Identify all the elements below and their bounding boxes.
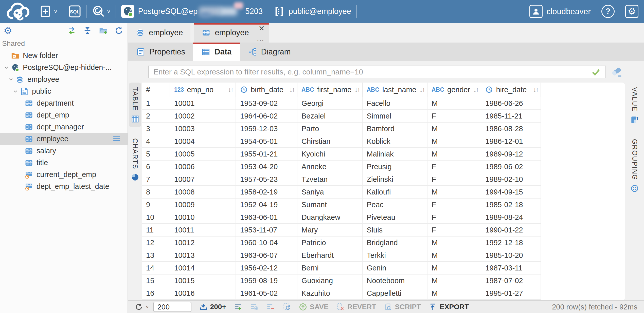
schema-selector[interactable]: public@employee <box>273 6 351 17</box>
data-cell[interactable]: 10007 <box>170 173 236 186</box>
data-cell[interactable]: 1994-09-15 <box>481 186 541 198</box>
column-header-rownum[interactable]: # <box>142 83 170 97</box>
data-cell[interactable]: Peac <box>362 198 427 211</box>
data-cell[interactable]: 1992-12-18 <box>481 236 541 249</box>
data-cell[interactable]: Koblick <box>362 135 427 148</box>
data-cell[interactable]: 10006 <box>170 160 236 173</box>
duplicate-row-button[interactable] <box>250 303 259 311</box>
data-cell[interactable]: Bamford <box>362 122 427 135</box>
data-cell[interactable]: 10004 <box>170 135 236 148</box>
export-button[interactable]: EXPORT <box>428 303 469 311</box>
data-cell[interactable]: 10001 <box>170 97 236 110</box>
data-cell[interactable]: M <box>427 249 481 262</box>
tree-item-salary[interactable]: salary <box>0 145 128 157</box>
sort-icon[interactable]: ↓↑ <box>473 86 478 94</box>
data-cell[interactable]: F <box>427 224 481 236</box>
settings-button[interactable]: ⚙ <box>625 5 638 18</box>
data-cell[interactable]: 1985-02-18 <box>481 198 541 211</box>
row-number-cell[interactable]: 9 <box>142 198 170 211</box>
data-cell[interactable]: 10014 <box>170 262 236 274</box>
data-cell[interactable]: 1986-08-28 <box>481 122 541 135</box>
tree-item-public[interactable]: public <box>0 85 128 97</box>
sort-icon[interactable]: ↓↑ <box>419 86 424 94</box>
column-header-last_name[interactable]: ABClast_name↓↑ <box>362 83 427 97</box>
data-cell[interactable]: 1960-10-04 <box>236 236 297 249</box>
data-cell[interactable]: M <box>427 135 481 148</box>
data-cell[interactable]: Georgi <box>297 97 362 110</box>
tree-item-dept-emp-latest-date[interactable]: dept_emp_latest_date <box>0 181 128 192</box>
row-number-cell[interactable]: 3 <box>142 122 170 135</box>
data-cell[interactable]: Parto <box>297 122 362 135</box>
data-cell[interactable]: 10003 <box>170 122 236 135</box>
data-cell[interactable]: 10012 <box>170 236 236 249</box>
tree-item-current-dept-emp[interactable]: current_dept_emp <box>0 169 128 181</box>
data-cell[interactable]: 10011 <box>170 224 236 236</box>
data-cell[interactable]: Eberhardt <box>297 249 362 262</box>
data-cell[interactable]: M <box>427 148 481 160</box>
column-header-gender[interactable]: ABCgender↓↑ <box>427 83 481 97</box>
data-cell[interactable]: Patricio <box>297 236 362 249</box>
row-number-cell[interactable]: 2 <box>142 110 170 122</box>
chevron-down-icon[interactable] <box>8 77 14 82</box>
data-cell[interactable]: Sluis <box>362 224 427 236</box>
help-button[interactable]: ? <box>601 5 615 18</box>
driver-manager-button[interactable]: ˅ <box>92 5 111 18</box>
data-cell[interactable]: 1955-01-21 <box>236 148 297 160</box>
data-cell[interactable]: 1963-06-07 <box>236 249 297 262</box>
row-number-cell[interactable]: 1 <box>142 97 170 110</box>
row-number-cell[interactable]: 15 <box>142 274 170 287</box>
data-cell[interactable]: 1995-01-27 <box>481 287 541 300</box>
data-cell[interactable]: F <box>427 211 481 224</box>
data-cell[interactable]: 10005 <box>170 148 236 160</box>
data-cell[interactable]: Berni <box>297 262 362 274</box>
data-cell[interactable]: 1963-06-01 <box>236 211 297 224</box>
vertical-tab-grouping[interactable]: GROUPING <box>628 134 641 197</box>
data-cell[interactable]: M <box>427 122 481 135</box>
data-cell[interactable]: 1959-08-19 <box>236 274 297 287</box>
add-row-button[interactable] <box>234 303 242 311</box>
connection-selector[interactable]: PostgreSQL@ep 5203 <box>121 4 263 18</box>
data-cell[interactable]: M <box>427 262 481 274</box>
sort-icon[interactable]: ↓↑ <box>289 86 294 94</box>
data-cell[interactable]: 1989-02-10 <box>481 173 541 186</box>
row-number-cell[interactable]: 5 <box>142 148 170 160</box>
data-cell[interactable]: 10010 <box>170 211 236 224</box>
tree-item-dept-emp[interactable]: dept_emp <box>0 109 128 121</box>
tab-employee-active[interactable]: employee✕… <box>194 23 269 43</box>
auto-refresh-button[interactable] <box>282 303 291 311</box>
data-cell[interactable]: M <box>427 186 481 198</box>
data-cell[interactable]: 1987-07-02 <box>481 274 541 287</box>
data-cell[interactable]: Terkki <box>362 249 427 262</box>
data-cell[interactable]: 1985-11-21 <box>481 110 541 122</box>
row-number-cell[interactable]: 10 <box>142 211 170 224</box>
data-cell[interactable]: F <box>427 110 481 122</box>
vertical-tab-table[interactable]: TABLE <box>129 83 141 127</box>
data-cell[interactable]: Kazuhito <box>297 287 362 300</box>
data-cell[interactable]: Chirstian <box>297 135 362 148</box>
save-button[interactable]: SAVE <box>299 303 329 311</box>
data-cell[interactable]: 1959-12-03 <box>236 122 297 135</box>
row-number-cell[interactable]: 8 <box>142 186 170 198</box>
data-cell[interactable]: 1989-09-12 <box>481 148 541 160</box>
vertical-tab-charts[interactable]: CHARTS <box>129 134 141 186</box>
sort-icon[interactable]: ↓↑ <box>354 86 360 94</box>
sql-filter-input[interactable] <box>149 66 586 78</box>
data-cell[interactable]: 10013 <box>170 249 236 262</box>
data-cell[interactable]: 1958-02-19 <box>236 186 297 198</box>
data-cell[interactable]: 10009 <box>170 198 236 211</box>
data-cell[interactable]: Mary <box>297 224 362 236</box>
data-cell[interactable]: 1985-10-20 <box>481 249 541 262</box>
data-cell[interactable]: 1989-06-02 <box>481 160 541 173</box>
clear-filter-icon[interactable] <box>611 66 623 78</box>
tree-item-employee[interactable]: employee <box>0 133 128 145</box>
column-header-first_name[interactable]: ABCfirst_name↓↑ <box>297 83 362 97</box>
refresh-tree-icon[interactable] <box>114 26 124 36</box>
sync-connection-icon[interactable] <box>67 26 77 36</box>
tab-data[interactable]: Data <box>193 43 240 61</box>
row-number-cell[interactable]: 16 <box>142 287 170 300</box>
row-number-cell[interactable]: 6 <box>142 160 170 173</box>
data-cell[interactable]: 1961-05-02 <box>236 287 297 300</box>
data-cell[interactable]: 1953-04-20 <box>236 160 297 173</box>
data-cell[interactable]: Bridgland <box>362 236 427 249</box>
row-number-cell[interactable]: 12 <box>142 236 170 249</box>
